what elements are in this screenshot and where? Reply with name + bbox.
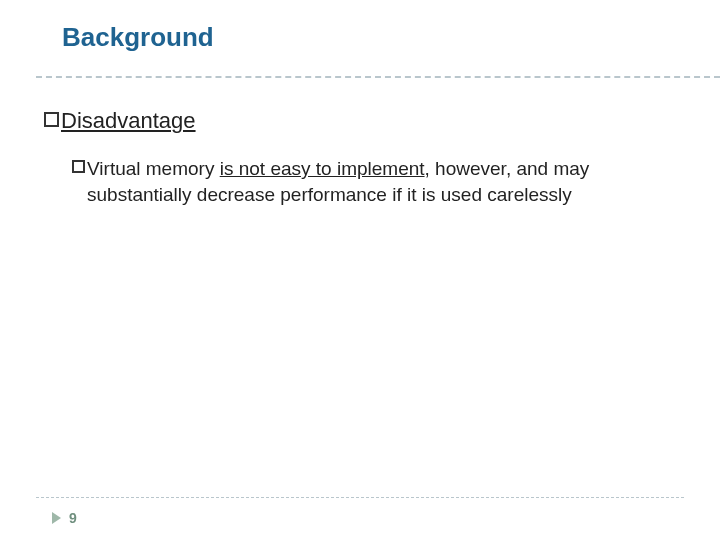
content-area: Disadvantage Virtual memory is not easy …	[44, 108, 684, 207]
sub-underlined: is not easy to implement	[220, 158, 425, 179]
square-bullet-icon	[44, 112, 59, 127]
triangle-icon	[52, 512, 61, 524]
slide-title: Background	[62, 22, 214, 53]
sub-pre: Virtual memory	[87, 158, 220, 179]
footer: 9	[52, 510, 77, 526]
bullet-1: Disadvantage	[44, 108, 684, 134]
page-number: 9	[69, 510, 77, 526]
bullet-1-label: Disadvantage	[61, 108, 196, 134]
divider-bottom	[36, 497, 684, 498]
sub-bullet-1: Virtual memory is not easy to implement,…	[72, 156, 684, 207]
sub-bullet-1-text: Virtual memory is not easy to implement,…	[87, 156, 684, 207]
divider-top	[36, 76, 720, 78]
square-bullet-icon	[72, 160, 85, 173]
